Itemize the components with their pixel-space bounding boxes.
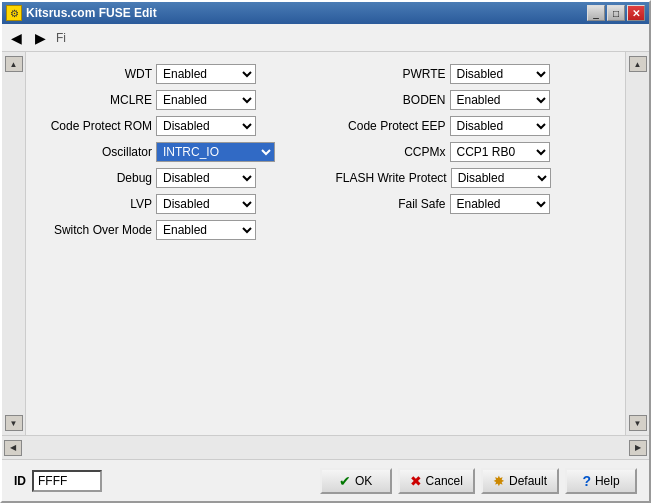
form-row-debug: Debug Disabled Enabled — [42, 168, 316, 188]
right-form-column: PWRTE Disabled Enabled BODEN Enabled Dis… — [336, 64, 610, 240]
select-boden[interactable]: Enabled Disabled — [450, 90, 550, 110]
label-flash-write-protect: FLASH Write Protect — [336, 171, 447, 185]
select-debug[interactable]: Disabled Enabled — [156, 168, 256, 188]
select-wdt[interactable]: Enabled Disabled — [156, 64, 256, 84]
label-oscillator: Oscillator — [42, 145, 152, 159]
form-row-flash-write-protect: FLASH Write Protect Disabled Enabled — [336, 168, 610, 188]
main-window: ⚙ Kitsrus.com FUSE Edit _ □ ✕ ◀ ▶ Fi ▲ ▼ — [0, 0, 651, 503]
select-code-protect-eep[interactable]: Disabled Enabled — [450, 116, 550, 136]
ok-button[interactable]: ✔ OK — [320, 468, 392, 494]
select-ccpmx[interactable]: CCP1 RB0 CCP1 RE7 — [450, 142, 550, 162]
form-row-code-protect-rom: Code Protect ROM Disabled Enabled — [42, 116, 316, 136]
footer-id-area: ID — [14, 470, 102, 492]
scroll-right-bottom[interactable]: ▶ — [629, 440, 647, 456]
form-row-lvp: LVP Disabled Enabled — [42, 194, 316, 214]
left-panel: ▲ ▼ — [2, 52, 26, 435]
select-oscillator[interactable]: INTRC_IO INTRC_CLKOUT EC HS XT LP — [156, 142, 275, 162]
id-label: ID — [14, 474, 26, 488]
window-title: Kitsrus.com FUSE Edit — [26, 6, 157, 20]
minimize-button[interactable]: _ — [587, 5, 605, 21]
select-lvp[interactable]: Disabled Enabled — [156, 194, 256, 214]
label-ccpmx: CCPMx — [336, 145, 446, 159]
form-row-oscillator: Oscillator INTRC_IO INTRC_CLKOUT EC HS X… — [42, 142, 316, 162]
default-label: Default — [509, 474, 547, 488]
main-content: WDT Enabled Disabled MCLRE Enabled Disab… — [26, 52, 625, 435]
select-switch-over-mode[interactable]: Enabled Disabled — [156, 220, 256, 240]
form-row-fail-safe: Fail Safe Enabled Disabled — [336, 194, 610, 214]
scroll-left-bottom[interactable]: ◀ — [4, 440, 22, 456]
select-pwrte[interactable]: Disabled Enabled — [450, 64, 550, 84]
bottom-panel: ◀ ▶ — [2, 435, 649, 459]
window-icon: ⚙ — [6, 5, 22, 21]
label-switch-over-mode: Switch Over Mode — [42, 223, 152, 237]
toolbar-label: Fi — [56, 31, 66, 45]
maximize-button[interactable]: □ — [607, 5, 625, 21]
footer-buttons: ✔ OK ✖ Cancel ✸ Default ? Help — [320, 468, 637, 494]
form-grid: WDT Enabled Disabled MCLRE Enabled Disab… — [42, 64, 609, 240]
help-icon: ? — [582, 473, 591, 489]
select-flash-write-protect[interactable]: Disabled Enabled — [451, 168, 551, 188]
toolbar-forward-button[interactable]: ▶ — [28, 27, 52, 49]
form-row-code-protect-eep: Code Protect EEP Disabled Enabled — [336, 116, 610, 136]
right-panel: ▲ ▼ — [625, 52, 649, 435]
title-bar-left: ⚙ Kitsrus.com FUSE Edit — [6, 5, 157, 21]
toolbar-back-button[interactable]: ◀ — [4, 27, 28, 49]
ok-icon: ✔ — [339, 473, 351, 489]
select-mclre[interactable]: Enabled Disabled — [156, 90, 256, 110]
scroll-up-left[interactable]: ▲ — [5, 56, 23, 72]
form-row-boden: BODEN Enabled Disabled — [336, 90, 610, 110]
close-button[interactable]: ✕ — [627, 5, 645, 21]
form-row-wdt: WDT Enabled Disabled — [42, 64, 316, 84]
form-row-ccpmx: CCPMx CCP1 RB0 CCP1 RE7 — [336, 142, 610, 162]
label-lvp: LVP — [42, 197, 152, 211]
default-button[interactable]: ✸ Default — [481, 468, 559, 494]
content-area: ▲ ▼ WDT Enabled Disabled — [2, 52, 649, 435]
label-debug: Debug — [42, 171, 152, 185]
scroll-down-left[interactable]: ▼ — [5, 415, 23, 431]
form-row-pwrte: PWRTE Disabled Enabled — [336, 64, 610, 84]
label-code-protect-rom: Code Protect ROM — [42, 119, 152, 133]
title-controls: _ □ ✕ — [587, 5, 645, 21]
footer: ID ✔ OK ✖ Cancel ✸ Default ? Help — [2, 459, 649, 501]
label-mclre: MCLRE — [42, 93, 152, 107]
cancel-button[interactable]: ✖ Cancel — [398, 468, 475, 494]
help-button[interactable]: ? Help — [565, 468, 637, 494]
toolbar: ◀ ▶ Fi — [2, 24, 649, 52]
label-pwrte: PWRTE — [336, 67, 446, 81]
scroll-down-right[interactable]: ▼ — [629, 415, 647, 431]
cancel-label: Cancel — [426, 474, 463, 488]
select-code-protect-rom[interactable]: Disabled Enabled — [156, 116, 256, 136]
form-row-switch-over-mode: Switch Over Mode Enabled Disabled — [42, 220, 316, 240]
cancel-icon: ✖ — [410, 473, 422, 489]
scroll-up-right[interactable]: ▲ — [629, 56, 647, 72]
status-area — [22, 446, 629, 450]
help-label: Help — [595, 474, 620, 488]
default-icon: ✸ — [493, 473, 505, 489]
ok-label: OK — [355, 474, 372, 488]
form-row-mclre: MCLRE Enabled Disabled — [42, 90, 316, 110]
title-bar: ⚙ Kitsrus.com FUSE Edit _ □ ✕ — [2, 2, 649, 24]
select-fail-safe[interactable]: Enabled Disabled — [450, 194, 550, 214]
label-wdt: WDT — [42, 67, 152, 81]
label-code-protect-eep: Code Protect EEP — [336, 119, 446, 133]
label-fail-safe: Fail Safe — [336, 197, 446, 211]
label-boden: BODEN — [336, 93, 446, 107]
id-input[interactable] — [32, 470, 102, 492]
left-form-column: WDT Enabled Disabled MCLRE Enabled Disab… — [42, 64, 316, 240]
